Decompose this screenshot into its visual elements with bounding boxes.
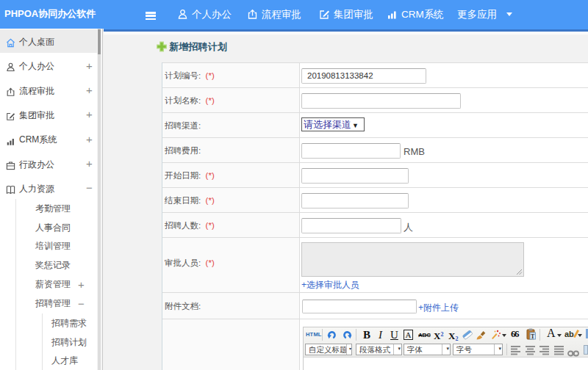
svg-text:T: T	[531, 333, 535, 340]
